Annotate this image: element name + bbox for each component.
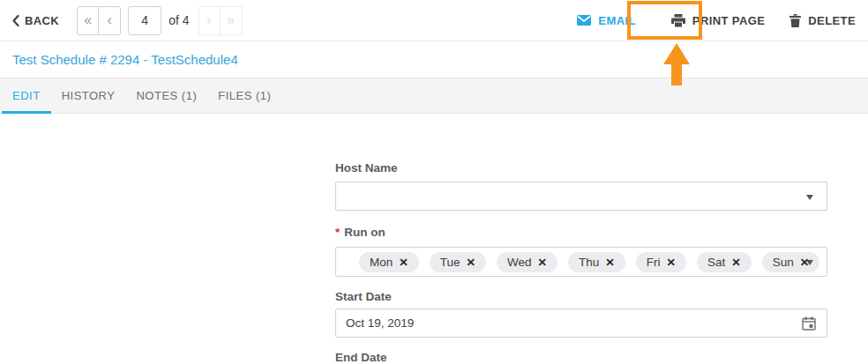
page-count-label: of 4: [168, 13, 189, 27]
tag-wed: Wed✕: [497, 252, 557, 272]
chevron-down-icon: [806, 195, 813, 200]
page-number-input[interactable]: [128, 6, 161, 35]
print-page-button[interactable]: PRINT PAGE: [671, 14, 766, 27]
first-page-button[interactable]: «: [77, 6, 99, 35]
host-name-select[interactable]: [335, 182, 827, 211]
page-title[interactable]: Test Schedule # 2294 - TestSchedule4: [12, 52, 238, 67]
tab-edit[interactable]: EDIT: [2, 78, 51, 113]
start-date-input[interactable]: Oct 19, 2019: [335, 308, 827, 338]
tab-notes[interactable]: NOTES (1): [125, 78, 207, 113]
chevron-left-icon: ‹: [107, 12, 111, 28]
email-label: EMAIL: [598, 14, 635, 27]
tab-history[interactable]: HISTORY: [51, 78, 126, 113]
envelope-icon: [577, 15, 591, 26]
host-name-label: Host Name: [335, 161, 827, 175]
remove-tag-icon[interactable]: ✕: [399, 256, 408, 269]
back-button[interactable]: BACK: [12, 14, 59, 27]
tag-sat: Sat✕: [697, 252, 752, 272]
tag-thu: Thu✕: [568, 252, 625, 272]
calendar-icon[interactable]: [802, 316, 816, 331]
trash-icon: [789, 14, 801, 27]
record-pager: « ‹ of 4 › »: [77, 6, 242, 35]
print-page-label: PRINT PAGE: [692, 14, 766, 27]
edit-form: Host Name *Run on Mon✕ Tue✕ Wed✕ Thu✕ Fr…: [335, 155, 827, 364]
tab-strip: EDIT HISTORY NOTES (1) FILES (1): [0, 78, 868, 114]
remove-tag-icon[interactable]: ✕: [467, 256, 475, 269]
start-date-value: Oct 19, 2019: [346, 316, 414, 330]
start-date-label: Start Date: [335, 290, 827, 304]
remove-tag-icon[interactable]: ✕: [731, 256, 740, 269]
run-on-label: *Run on: [335, 226, 827, 240]
tab-files[interactable]: FILES (1): [207, 78, 281, 113]
tag-mon: Mon✕: [359, 252, 419, 272]
chevron-down-icon: [806, 260, 813, 265]
toolbar: BACK « ‹ of 4 › » EMAIL: [0, 0, 868, 41]
toolbar-actions: EMAIL PRINT PAGE: [577, 14, 856, 27]
double-chevron-right-icon: »: [227, 12, 235, 28]
required-asterisk: *: [335, 226, 340, 239]
next-page-button[interactable]: ›: [198, 6, 221, 35]
remove-tag-icon[interactable]: ✕: [667, 256, 676, 269]
end-date-label: End Date: [335, 351, 827, 364]
last-page-button[interactable]: »: [221, 6, 243, 35]
email-button[interactable]: EMAIL: [577, 14, 635, 27]
printer-icon: [671, 14, 685, 27]
tag-fri: Fri✕: [636, 252, 686, 272]
back-label: BACK: [25, 14, 59, 27]
selected-days: Mon✕ Tue✕ Wed✕ Thu✕ Fri✕ Sat✕ Sun✕: [359, 252, 819, 272]
schedule-detail-page: BACK « ‹ of 4 › » EMAIL: [0, 0, 868, 364]
chevron-right-icon: ›: [206, 12, 211, 28]
run-on-multiselect[interactable]: Mon✕ Tue✕ Wed✕ Thu✕ Fri✕ Sat✕ Sun✕: [335, 247, 827, 277]
tag-tue: Tue✕: [430, 252, 486, 272]
delete-button[interactable]: DELETE: [789, 14, 856, 27]
double-chevron-left-icon: «: [84, 12, 92, 28]
title-bar: Test Schedule # 2294 - TestSchedule4: [0, 41, 868, 78]
remove-tag-icon[interactable]: ✕: [605, 256, 614, 269]
delete-label: DELETE: [808, 14, 856, 27]
chevron-left-icon: [12, 15, 19, 26]
remove-tag-icon[interactable]: ✕: [538, 256, 547, 269]
prev-page-button[interactable]: ‹: [99, 6, 121, 35]
